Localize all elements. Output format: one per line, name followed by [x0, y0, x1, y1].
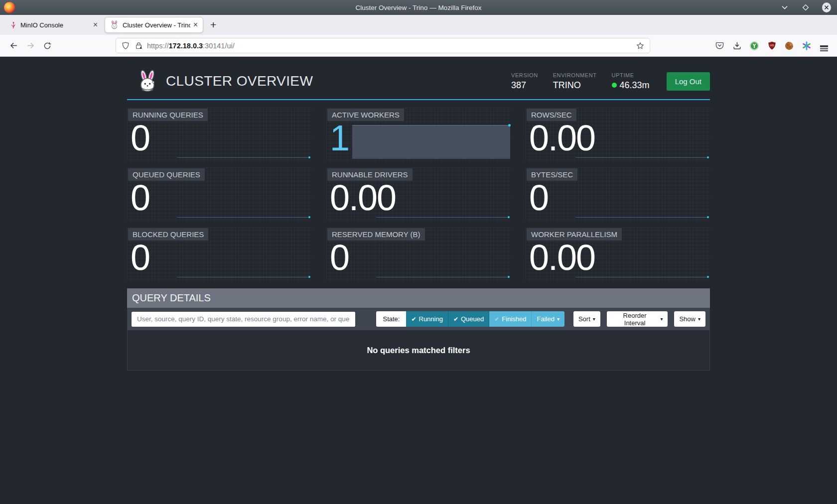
stat-label: WORKER PARALLELISM: [527, 228, 622, 241]
sparkline-dot-icon: [308, 276, 310, 278]
maximize-button[interactable]: [801, 3, 810, 12]
downloads-button[interactable]: [732, 41, 742, 51]
reorder-interval-dropdown-button[interactable]: Reorder Interval ▾: [607, 311, 668, 327]
stat-value: 1: [330, 120, 349, 157]
area-chart: [352, 125, 510, 159]
forward-button[interactable]: [22, 41, 39, 50]
reload-button[interactable]: [39, 41, 56, 50]
version-info: VERSION 387: [511, 72, 538, 91]
minimize-button[interactable]: [780, 3, 789, 12]
download-icon: [732, 41, 742, 50]
state-filter-label: State:: [376, 311, 406, 327]
window-title: Cluster Overview - Trino — Mozilla Firef…: [0, 4, 837, 11]
version-value: 387: [511, 80, 538, 91]
stat-value: 0: [131, 120, 149, 157]
chevron-down-icon: [781, 4, 788, 11]
trino-bunny-icon: [110, 20, 119, 29]
empty-queries-message: No queries matched filters: [367, 346, 470, 355]
state-filter-queued[interactable]: ✔ Queued: [448, 311, 489, 327]
green-circle-extension-icon: [749, 41, 759, 51]
menu-button[interactable]: [819, 41, 829, 51]
state-filter-text: Finished: [502, 315, 526, 323]
chevron-down-icon: ▾: [557, 316, 559, 322]
close-button[interactable]: [822, 3, 831, 12]
logout-button[interactable]: Log Out: [667, 72, 710, 91]
lock-warning-icon[interactable]: [135, 41, 143, 50]
check-icon: ✔: [494, 316, 499, 323]
cookie-extension-button[interactable]: [784, 41, 794, 51]
ublock-shield-icon: UO: [767, 41, 777, 50]
uptime-info: UPTIME 46.33m: [612, 72, 650, 91]
sparkline-dot-icon: [508, 216, 510, 218]
show-dropdown-button[interactable]: Show ▾: [674, 311, 705, 327]
state-filter-running[interactable]: ✔ Running: [406, 311, 448, 327]
shield-icon[interactable]: [121, 41, 130, 50]
sort-label: Sort: [578, 315, 590, 323]
sparkline-dot-icon: [707, 276, 709, 278]
back-button[interactable]: [5, 41, 22, 50]
check-icon: ✔: [453, 316, 458, 323]
sparkline-dot-icon: [308, 156, 310, 158]
reload-icon: [43, 41, 52, 50]
state-filter-text: Failed: [537, 315, 554, 323]
minio-flamingo-icon: [9, 21, 16, 29]
colorful-asterisk-icon: [802, 41, 812, 51]
tab-close-icon[interactable]: ×: [93, 21, 98, 29]
tab-title: MinIO Console: [20, 21, 90, 29]
show-label: Show: [679, 315, 696, 323]
stat-label: RESERVED MEMORY (B): [327, 228, 425, 241]
pocket-button[interactable]: [714, 41, 724, 51]
sparkline-chart: [376, 277, 509, 277]
stat-value: 0.00: [330, 179, 396, 217]
environment-info: ENVIRONMENT TRINO: [553, 72, 597, 91]
hamburger-icon: [820, 45, 828, 46]
state-filter-text: Queued: [461, 315, 484, 323]
new-tab-button[interactable]: +: [210, 19, 216, 31]
stat-tile-reserved-memory: 0 RESERVED MEMORY (B): [326, 227, 511, 280]
sparkline-chart: [177, 157, 310, 158]
chevron-down-icon: ▾: [593, 316, 595, 322]
sparkline-chart: [376, 217, 509, 218]
stat-tile-blocked-queries: 0 BLOCKED QUERIES: [127, 227, 311, 280]
state-filter-text: Running: [419, 315, 443, 323]
ublock-origin-button[interactable]: UO: [767, 41, 777, 51]
url-bar[interactable]: https://172.18.0.3:30141/ui/: [116, 38, 650, 53]
check-icon: ✔: [411, 316, 416, 323]
cluster-header: CLUSTER OVERVIEW VERSION 387 ENVIRONMENT…: [127, 57, 710, 100]
back-arrow-icon: [9, 41, 18, 50]
query-filter-toolbar: State: ✔ Running ✔ Queued ✔ Finished Fa: [128, 308, 709, 330]
query-list-area: No queries matched filters: [128, 330, 709, 370]
query-search-input[interactable]: [132, 312, 355, 327]
environment-value: TRINO: [553, 80, 597, 91]
query-details-panel: State: ✔ Running ✔ Queued ✔ Finished Fa: [127, 308, 710, 371]
tab-cluster-overview-trino[interactable]: Cluster Overview - Trino ×: [105, 17, 203, 33]
bookmark-star-icon[interactable]: [636, 41, 645, 50]
sparkline-chart: [177, 277, 310, 277]
stat-tile-rows-sec: 0.00 ROWS/SEC: [526, 108, 710, 161]
firefox-logo-icon: [4, 2, 15, 13]
environment-label: ENVIRONMENT: [553, 72, 597, 78]
sparkline-dot-icon: [508, 124, 511, 126]
asterisk-extension-button[interactable]: [802, 41, 812, 51]
stat-value: 0: [131, 239, 149, 277]
stat-tile-bytes-sec: 0 BYTES/SEC: [526, 167, 710, 221]
tab-close-icon[interactable]: ×: [193, 21, 198, 29]
page-title: CLUSTER OVERVIEW: [166, 73, 313, 89]
state-filter-group: State: ✔ Running ✔ Queued ✔ Finished Fa: [376, 311, 564, 327]
stat-tile-runnable-drivers: 0.00 RUNNABLE DRIVERS: [326, 167, 511, 221]
stat-label: ROWS/SEC: [527, 109, 576, 121]
sort-dropdown-button[interactable]: Sort ▾: [573, 311, 600, 327]
reorder-interval-label: Reorder Interval: [612, 312, 658, 327]
trino-bunny-logo-icon: [137, 70, 158, 93]
tab-minio-console[interactable]: MinIO Console ×: [4, 17, 103, 33]
svg-text:UO: UO: [770, 44, 774, 47]
state-filter-finished[interactable]: ✔ Finished: [489, 311, 532, 327]
tab-title: Cluster Overview - Trino: [123, 21, 190, 29]
state-filter-failed-dropdown[interactable]: Failed ▾: [532, 311, 564, 327]
chevron-down-icon: ▾: [660, 316, 663, 322]
stat-value: 0: [131, 179, 149, 217]
cookie-icon: [784, 41, 794, 51]
query-details-title: QUERY DETAILS: [127, 288, 710, 308]
extension-privacy-button[interactable]: [749, 41, 759, 51]
sparkline-dot-icon: [707, 216, 709, 218]
